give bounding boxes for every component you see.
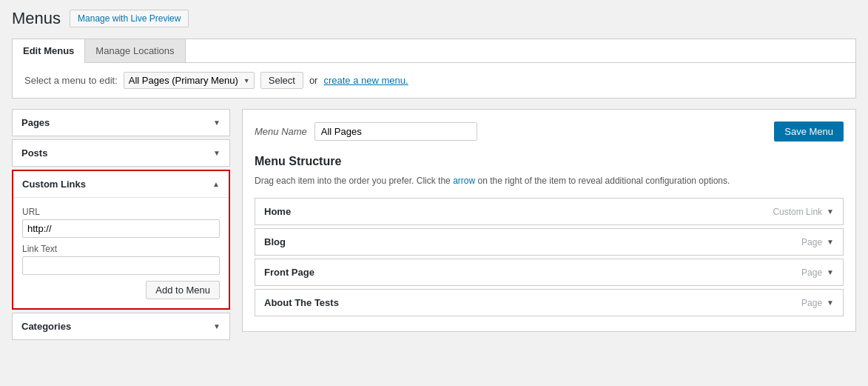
create-new-menu-link[interactable]: create a new menu. (323, 75, 408, 86)
arrow-link[interactable]: arrow (453, 176, 475, 186)
menu-item-home-right: Custom Link ▼ (773, 207, 834, 217)
menu-dropdown[interactable]: All Pages (Primary Menu) (124, 72, 255, 89)
tab-manage-locations[interactable]: Manage Locations (85, 39, 185, 62)
menu-item-blog-chevron-icon[interactable]: ▼ (827, 238, 834, 246)
menu-item-blog[interactable]: Blog Page ▼ (255, 228, 844, 256)
menu-item-blog-right: Page ▼ (801, 237, 834, 247)
page-wrapper: Menus Manage with Live Preview Edit Menu… (0, 0, 868, 386)
accordion-categories-label: Categories (21, 321, 71, 332)
menu-item-about-the-tests-chevron-icon[interactable]: ▼ (827, 299, 834, 307)
menu-item-home-chevron-icon[interactable]: ▼ (827, 207, 834, 216)
link-text-input[interactable] (22, 256, 220, 275)
accordion-custom-links-body: URL Link Text Add to Menu (13, 198, 229, 308)
add-to-menu-button[interactable]: Add to Menu (146, 281, 220, 299)
menu-item-front-page-type: Page (801, 267, 822, 278)
menu-name-input[interactable] (314, 122, 477, 141)
link-text-field-label: Link Text (22, 244, 220, 254)
menu-item-front-page[interactable]: Front Page Page ▼ (255, 259, 844, 286)
live-preview-button[interactable]: Manage with Live Preview (70, 10, 189, 27)
menu-item-home-name: Home (264, 206, 291, 217)
page-title: Menus (12, 9, 61, 28)
menu-item-blog-type: Page (801, 237, 822, 247)
accordion-categories-header[interactable]: Categories ▼ (13, 313, 229, 339)
accordion-posts: Posts ▼ (12, 139, 230, 167)
select-button[interactable]: Select (260, 72, 303, 89)
menu-name-row: Menu Name Save Menu (255, 122, 844, 142)
menu-item-home[interactable]: Home Custom Link ▼ (255, 198, 844, 225)
save-menu-button[interactable]: Save Menu (774, 122, 844, 142)
menu-item-home-type: Custom Link (773, 207, 822, 217)
menu-item-front-page-chevron-icon[interactable]: ▼ (827, 268, 834, 276)
menu-item-about-the-tests-right: Page ▼ (801, 298, 834, 308)
menu-structure-title: Menu Structure (255, 155, 844, 168)
accordion-posts-header[interactable]: Posts ▼ (13, 140, 229, 166)
accordion-custom-links-header[interactable]: Custom Links ▲ (13, 171, 229, 198)
menu-item-front-page-right: Page ▼ (801, 267, 834, 278)
accordion-custom-links-label: Custom Links (22, 179, 86, 190)
main-layout: Pages ▼ Posts ▼ Custom Links ▲ (12, 109, 856, 343)
accordion-pages: Pages ▼ (12, 109, 230, 136)
accordion-posts-label: Posts (21, 147, 47, 159)
or-text: or (309, 75, 318, 86)
page-header: Menus Manage with Live Preview (12, 9, 856, 28)
link-text-field-row: Link Text (22, 244, 220, 275)
accordion-pages-header[interactable]: Pages ▼ (13, 110, 229, 136)
sidebar: Pages ▼ Posts ▼ Custom Links ▲ (12, 109, 230, 343)
menu-item-front-page-name: Front Page (264, 267, 314, 278)
url-field-row: URL (22, 207, 220, 238)
menu-item-about-the-tests-type: Page (801, 298, 822, 308)
tab-edit-menus[interactable]: Edit Menus (13, 39, 85, 63)
content-area: Menu Name Save Menu Menu Structure Drag … (242, 109, 856, 332)
menu-item-about-the-tests[interactable]: About The Tests Page ▼ (255, 289, 844, 316)
accordion-pages-label: Pages (21, 117, 50, 128)
select-menu-label: Select a menu to edit: (24, 75, 118, 86)
url-field-label: URL (22, 207, 220, 217)
menu-items-list: Home Custom Link ▼ Blog Page ▼ Front Pag… (255, 198, 844, 316)
accordion-custom-links: Custom Links ▲ URL Link Text Add to Menu (12, 170, 230, 310)
tabs-bar: Edit Menus Manage Locations (12, 39, 856, 62)
menu-item-about-the-tests-name: About The Tests (264, 297, 339, 308)
accordion-categories: Categories ▼ (12, 313, 230, 340)
menu-dropdown-wrapper[interactable]: All Pages (Primary Menu) (124, 72, 255, 89)
url-input[interactable] (22, 219, 220, 238)
menu-name-label: Menu Name (255, 126, 307, 137)
select-menu-bar: Select a menu to edit: All Pages (Primar… (12, 62, 856, 99)
accordion-posts-arrow-icon: ▼ (213, 149, 221, 157)
accordion-custom-links-arrow-icon: ▲ (212, 180, 220, 188)
accordion-pages-arrow-icon: ▼ (213, 119, 221, 127)
menu-item-blog-name: Blog (264, 236, 286, 247)
accordion-categories-arrow-icon: ▼ (213, 322, 221, 330)
menu-structure-desc: Drag each item into the order you prefer… (255, 174, 844, 187)
